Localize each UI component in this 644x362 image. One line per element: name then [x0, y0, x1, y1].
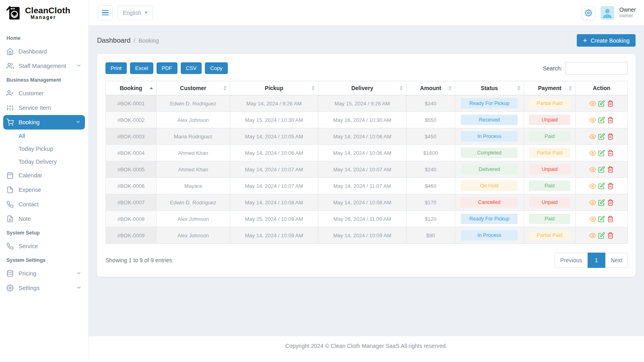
view-button[interactable]: [589, 183, 596, 189]
language-selector[interactable]: English: [118, 6, 153, 20]
page-number-button[interactable]: 1: [588, 253, 605, 268]
edit-button[interactable]: [598, 199, 605, 206]
create-booking-button[interactable]: + Create Booking: [577, 34, 636, 47]
delete-button[interactable]: [607, 117, 614, 123]
print-button[interactable]: Print: [105, 62, 127, 74]
edit-button[interactable]: [598, 150, 605, 156]
settings-button[interactable]: [582, 6, 595, 20]
delete-button[interactable]: [607, 133, 614, 140]
cell-booking: #BOK-0003: [106, 128, 157, 145]
next-page-button[interactable]: Next: [605, 253, 628, 268]
view-button[interactable]: [589, 216, 596, 222]
payment-badge: Partial Paid: [529, 98, 570, 109]
cell-amount: $90: [407, 227, 455, 244]
sidebar-item-expense[interactable]: Expense: [0, 183, 88, 197]
edit-button[interactable]: [598, 133, 605, 140]
search-input[interactable]: [565, 62, 628, 74]
sidebar-item-customer[interactable]: Customer: [0, 86, 88, 101]
column-header-payment[interactable]: Payment: [524, 81, 575, 95]
view-button[interactable]: [589, 166, 596, 173]
sidebar-item-dashboard[interactable]: Dashboard: [0, 44, 88, 59]
eye-icon: [589, 100, 596, 107]
users-icon: [6, 62, 14, 70]
copy-button[interactable]: Copy: [205, 62, 227, 74]
edit-icon: [598, 183, 605, 189]
sidebar-item-pricing[interactable]: Pricing: [0, 266, 88, 281]
view-button[interactable]: [589, 199, 596, 206]
edit-button[interactable]: [598, 100, 605, 107]
table-row[interactable]: #BOK-0006 Mayara May 14, 2024 / 10:07 AM…: [106, 178, 628, 194]
sidebar-item-note[interactable]: Note: [0, 212, 88, 226]
plus-icon: +: [583, 37, 587, 44]
csv-button[interactable]: CSV: [181, 62, 202, 74]
delete-button[interactable]: [607, 216, 614, 222]
delete-button[interactable]: [607, 150, 614, 156]
excel-button[interactable]: Excel: [130, 62, 153, 74]
trash-icon: [607, 216, 614, 222]
brand-logo[interactable]: CleanCloth Manager: [0, 0, 88, 26]
view-button[interactable]: [589, 117, 596, 123]
table-row[interactable]: #BOK-0009 Alex Johnson May 14, 2024 / 10…: [106, 227, 628, 244]
table-row[interactable]: #BOK-0003 Maria Rodriguez May 14, 2024 /…: [106, 128, 628, 145]
cell-amount: $170: [407, 194, 455, 211]
delete-button[interactable]: [607, 183, 614, 189]
column-header-status[interactable]: Status: [455, 81, 524, 95]
delete-button[interactable]: [607, 166, 614, 173]
sidebar-subitem-today-delivery[interactable]: Today Delivery: [0, 155, 88, 168]
edit-button[interactable]: [598, 166, 605, 173]
sidebar-toggle-button[interactable]: [98, 5, 113, 21]
delete-button[interactable]: [607, 100, 614, 107]
edit-button[interactable]: [598, 117, 605, 123]
cell-amount: $120: [407, 211, 455, 227]
table-row[interactable]: #BOK-0005 Ahmed Khan May 14, 2024 / 10:0…: [106, 161, 628, 178]
delete-button[interactable]: [607, 232, 614, 239]
column-header-delivery[interactable]: Delivery: [318, 81, 406, 95]
trash-icon: [607, 117, 614, 123]
view-button[interactable]: [589, 150, 596, 156]
edit-icon: [598, 232, 605, 239]
sidebar-item-service[interactable]: Service: [0, 239, 88, 253]
breadcrumb-dashboard[interactable]: Dashboard: [97, 37, 130, 45]
avatar[interactable]: [601, 6, 614, 20]
table-row[interactable]: #BOK-0004 Ahmed Khan May 14, 2024 / 10:0…: [106, 145, 628, 161]
shopping-cart-icon: [6, 119, 14, 126]
payment-badge: Unpaid: [529, 164, 570, 175]
status-badge: Completed: [461, 148, 518, 158]
sidebar-item-contact[interactable]: Contact: [0, 197, 88, 212]
table-row[interactable]: #BOK-0001 Edwin D. Rodriguez May 14, 202…: [106, 95, 628, 112]
table-row[interactable]: #BOK-0002 Alex Johnson May 15, 2024 / 10…: [106, 112, 628, 128]
edit-icon: [598, 100, 605, 107]
view-button[interactable]: [589, 133, 596, 140]
chevron-down-icon: [76, 270, 82, 277]
table-row[interactable]: #BOK-0008 Alex Johnson May 25, 2024 / 10…: [106, 211, 628, 227]
edit-button[interactable]: [598, 183, 605, 189]
sidebar-item-label: Calendar: [19, 172, 42, 179]
table-header-row: Booking Customer Pickup: [106, 81, 628, 95]
edit-button[interactable]: [598, 216, 605, 222]
previous-page-button[interactable]: Previous: [555, 253, 588, 268]
column-header-amount[interactable]: Amount: [407, 81, 455, 95]
sidebar-subitem-all[interactable]: All: [0, 130, 88, 142]
cell-customer: Ahmed Khan: [156, 145, 230, 161]
column-header-pickup[interactable]: Pickup: [230, 81, 318, 95]
sidebar-item-calendar[interactable]: Calendar: [0, 168, 88, 183]
view-button[interactable]: [589, 100, 596, 107]
sidebar-subitem-today-pickup[interactable]: Today Pickup: [0, 142, 88, 155]
column-header-booking[interactable]: Booking: [106, 81, 157, 95]
pdf-button[interactable]: PDF: [157, 62, 178, 74]
cell-booking: #BOK-0006: [106, 178, 157, 194]
edit-icon: [598, 216, 605, 222]
view-button[interactable]: [589, 232, 596, 239]
column-header-customer[interactable]: Customer: [156, 81, 230, 95]
sidebar-item-booking[interactable]: Booking: [3, 115, 85, 130]
home-icon: [6, 48, 14, 55]
edit-button[interactable]: [598, 232, 605, 239]
app-window: CleanCloth Manager Home Dashboard Staff …: [0, 0, 644, 362]
delete-button[interactable]: [607, 199, 614, 206]
table-row[interactable]: #BOK-0007 Edwin D. Rodriguez May 14, 202…: [106, 194, 628, 211]
user-info[interactable]: Owner owner: [619, 6, 636, 19]
sidebar-item-service-item[interactable]: Service Item: [0, 101, 88, 115]
sidebar-item-settings[interactable]: Settings: [0, 281, 88, 295]
column-label: Payment: [538, 85, 561, 91]
sidebar-item-staff-management[interactable]: Staff Management: [0, 59, 88, 73]
